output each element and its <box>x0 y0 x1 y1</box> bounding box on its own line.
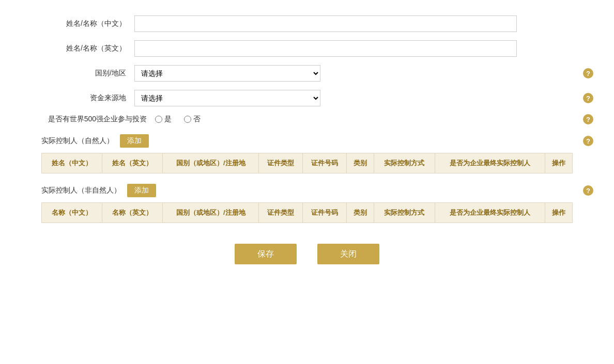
save-button[interactable]: 保存 <box>235 244 297 264</box>
natural-person-section: 实际控制人（自然人） 添加 ? 姓名（中文） 姓名（英文） 国别（或地区）/注册… <box>41 134 573 173</box>
non-natural-person-help-icon[interactable]: ? <box>583 185 593 196</box>
fund-source-label: 资金来源地 <box>41 93 134 103</box>
nnp-col-name-cn: 名称（中文） <box>42 203 102 223</box>
non-natural-person-table: 名称（中文） 名称（英文） 国别（或地区）/注册地 证件类型 证件号码 类别 实… <box>41 202 573 223</box>
nnp-col-country: 国别（或地区）/注册地 <box>163 203 259 223</box>
fund-source-select[interactable]: 请选择 <box>134 90 320 106</box>
page-container: 姓名/名称（中文） 姓名/名称（英文） 国别/地区 请选择 ? 资金来源地 请选… <box>0 0 614 364</box>
non-natural-person-title: 实际控制人（非自然人） <box>41 186 121 195</box>
natural-person-header: 实际控制人（自然人） 添加 ? <box>41 134 573 148</box>
country-help-icon[interactable]: ? <box>583 68 593 78</box>
country-label: 国别/地区 <box>41 69 134 78</box>
name-en-label: 姓名/名称（英文） <box>41 44 134 53</box>
nnp-col-operation: 操作 <box>545 203 572 223</box>
fortune500-row: 是否有世界500强企业参与投资 是 否 ? <box>41 115 573 124</box>
np-col-control-method: 实际控制方式 <box>374 153 435 173</box>
np-col-is-final: 是否为企业最终实际控制人 <box>435 153 545 173</box>
fortune500-no-label: 否 <box>193 115 201 124</box>
natural-person-add-button[interactable]: 添加 <box>120 134 149 148</box>
name-cn-row: 姓名/名称（中文） <box>41 15 573 32</box>
np-col-name-en: 姓名（英文） <box>102 153 163 173</box>
fortune500-no-item[interactable]: 否 <box>184 115 201 124</box>
close-button[interactable]: 关闭 <box>317 244 379 264</box>
nnp-col-name-en: 名称（英文） <box>102 203 163 223</box>
name-en-input[interactable] <box>134 40 517 57</box>
np-col-cert-type: 证件类型 <box>259 153 303 173</box>
nnp-col-control-method: 实际控制方式 <box>374 203 435 223</box>
non-natural-person-header: 实际控制人（非自然人） 添加 ? <box>41 184 573 197</box>
non-natural-person-section: 实际控制人（非自然人） 添加 ? 名称（中文） 名称（英文） 国别（或地区）/注… <box>41 184 573 223</box>
button-row: 保存 关闭 <box>41 244 573 264</box>
country-row: 国别/地区 请选择 ? <box>41 65 573 82</box>
name-cn-label: 姓名/名称（中文） <box>41 19 134 28</box>
np-col-country: 国别（或地区）/注册地 <box>163 153 259 173</box>
non-natural-person-add-button[interactable]: 添加 <box>127 184 156 197</box>
natural-person-help-icon[interactable]: ? <box>583 136 593 146</box>
natural-person-title: 实际控制人（自然人） <box>41 136 114 146</box>
fortune500-label: 是否有世界500强企业参与投资 <box>41 115 155 124</box>
fund-source-help-icon[interactable]: ? <box>583 93 593 103</box>
natural-person-table: 姓名（中文） 姓名（英文） 国别（或地区）/注册地 证件类型 证件号码 类别 实… <box>41 153 573 173</box>
nnp-col-cert-type: 证件类型 <box>259 203 303 223</box>
form-section: 姓名/名称（中文） 姓名/名称（英文） 国别/地区 请选择 ? 资金来源地 请选… <box>41 15 573 124</box>
np-col-category: 类别 <box>347 153 374 173</box>
np-col-cert-no: 证件号码 <box>303 153 347 173</box>
non-natural-person-table-header-row: 名称（中文） 名称（英文） 国别（或地区）/注册地 证件类型 证件号码 类别 实… <box>42 203 573 223</box>
natural-person-table-header-row: 姓名（中文） 姓名（英文） 国别（或地区）/注册地 证件类型 证件号码 类别 实… <box>42 153 573 173</box>
fortune500-yes-label: 是 <box>164 115 172 124</box>
country-select[interactable]: 请选择 <box>134 65 320 82</box>
fund-source-row: 资金来源地 请选择 ? <box>41 90 573 106</box>
nnp-col-cert-no: 证件号码 <box>303 203 347 223</box>
fortune500-radio-group: 是 否 <box>155 115 201 124</box>
nnp-col-is-final: 是否为企业最终实际控制人 <box>435 203 545 223</box>
fortune500-yes-item[interactable]: 是 <box>155 115 172 124</box>
fortune500-no-radio[interactable] <box>184 116 191 123</box>
np-col-name-cn: 姓名（中文） <box>42 153 102 173</box>
fortune500-help-icon[interactable]: ? <box>583 114 593 124</box>
fortune500-yes-radio[interactable] <box>155 116 162 123</box>
name-cn-input[interactable] <box>134 15 517 32</box>
np-col-operation: 操作 <box>545 153 572 173</box>
name-en-row: 姓名/名称（英文） <box>41 40 573 57</box>
nnp-col-category: 类别 <box>347 203 374 223</box>
